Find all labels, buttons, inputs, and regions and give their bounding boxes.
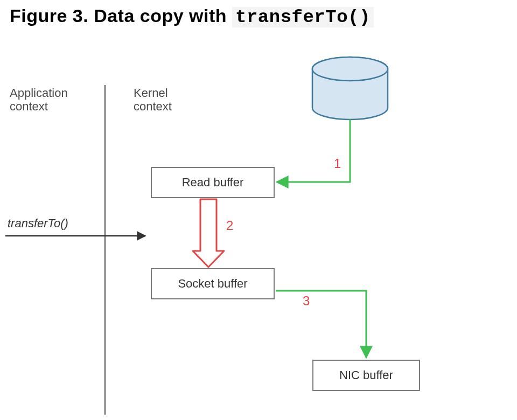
application-context-label: Application context bbox=[10, 86, 68, 114]
svg-point-1 bbox=[312, 57, 388, 81]
socket-buffer-box: Socket buffer bbox=[151, 268, 275, 299]
socket-buffer-label: Socket buffer bbox=[178, 277, 247, 291]
nic-buffer-label: NIC buffer bbox=[339, 368, 393, 382]
arrow-step-1 bbox=[277, 120, 350, 182]
kernel-context-label: Kernel context bbox=[134, 86, 172, 114]
nic-buffer-box: NIC buffer bbox=[312, 360, 420, 391]
disk-cylinder-icon bbox=[312, 57, 388, 120]
figure-title: Figure 3. Data copy with transferTo() bbox=[10, 5, 374, 27]
step-1-label: 1 bbox=[334, 156, 341, 171]
read-buffer-label: Read buffer bbox=[182, 176, 244, 190]
step-3-label: 3 bbox=[303, 293, 310, 309]
svg-point-0 bbox=[312, 57, 388, 81]
step-2-label: 2 bbox=[226, 218, 233, 233]
transferto-call-label: transferTo() bbox=[8, 216, 68, 230]
figure-title-code: transferTo() bbox=[232, 7, 374, 27]
figure-title-prefix: Figure 3. Data copy with bbox=[10, 5, 232, 26]
diagram-svg-overlay bbox=[0, 0, 517, 420]
read-buffer-box: Read buffer bbox=[151, 167, 275, 198]
arrow-step-2 bbox=[193, 199, 224, 267]
diagram-canvas: Figure 3. Data copy with transferTo() Ap… bbox=[0, 0, 517, 420]
arrow-step-3 bbox=[276, 291, 366, 358]
